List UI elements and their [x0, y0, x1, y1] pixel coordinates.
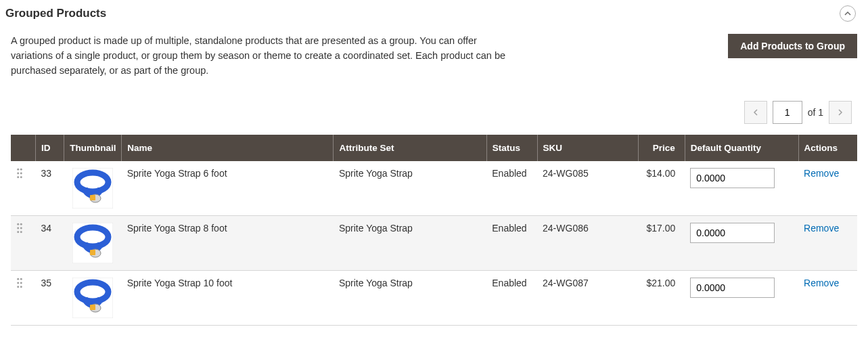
cell-price: $17.00	[639, 216, 685, 271]
thumbnail-image	[72, 278, 113, 318]
chevron-right-icon	[837, 109, 844, 116]
pager-of-label: of 1	[808, 107, 823, 118]
remove-link[interactable]: Remove	[804, 278, 839, 288]
column-sku: SKU	[537, 135, 639, 161]
cell-status: Enabled	[486, 161, 537, 216]
cell-status: Enabled	[486, 216, 537, 271]
column-name: Name	[122, 135, 334, 161]
cell-name: Sprite Yoga Strap 8 foot	[122, 216, 334, 271]
table-row: 35 Sprite Yoga Strap 10 foot Sprite Yoga…	[11, 271, 857, 326]
drag-handle-icon[interactable]	[16, 168, 23, 179]
table-row: 34 Sprite Yoga Strap 8 foot Sprite Yoga …	[11, 216, 857, 271]
pager-prev-button[interactable]	[744, 101, 767, 124]
cell-id: 35	[35, 271, 64, 326]
qty-input[interactable]	[690, 168, 775, 188]
pager-next-button[interactable]	[829, 101, 852, 124]
cell-attribute: Sprite Yoga Strap	[334, 271, 486, 326]
cell-status: Enabled	[486, 271, 537, 326]
section-title: Grouped Products	[5, 7, 106, 20]
cell-attribute: Sprite Yoga Strap	[334, 216, 486, 271]
qty-input[interactable]	[690, 278, 775, 298]
chevron-up-icon	[844, 9, 852, 18]
cell-price: $14.00	[639, 161, 685, 216]
remove-link[interactable]: Remove	[804, 223, 839, 234]
cell-sku: 24-WG086	[537, 216, 639, 271]
cell-price: $21.00	[639, 271, 685, 326]
column-actions: Actions	[798, 135, 857, 161]
cell-name: Sprite Yoga Strap 10 foot	[122, 271, 334, 326]
column-qty: Default Quantity	[685, 135, 798, 161]
column-price: Price	[639, 135, 685, 161]
column-drag	[11, 135, 35, 161]
grouped-products-table: ID Thumbnail Name Attribute Set Status S…	[11, 135, 857, 326]
column-status: Status	[486, 135, 537, 161]
table-row: 33 Sprite Yoga Strap 6 foot Sprite Yoga …	[11, 161, 857, 216]
cell-attribute: Sprite Yoga Strap	[334, 161, 486, 216]
chevron-left-icon	[752, 109, 759, 116]
cell-name: Sprite Yoga Strap 6 foot	[122, 161, 334, 216]
thumbnail-image	[72, 223, 113, 263]
drag-handle-icon[interactable]	[16, 278, 23, 288]
column-attribute: Attribute Set	[334, 135, 486, 161]
column-id: ID	[35, 135, 64, 161]
remove-link[interactable]: Remove	[804, 168, 839, 179]
qty-input[interactable]	[690, 223, 775, 243]
drag-handle-icon[interactable]	[16, 223, 23, 234]
section-description: A grouped product is made up of multiple…	[11, 34, 511, 78]
cell-sku: 24-WG085	[537, 161, 639, 216]
cell-id: 34	[35, 216, 64, 271]
cell-sku: 24-WG087	[537, 271, 639, 326]
cell-id: 33	[35, 161, 64, 216]
pager: of 1	[11, 101, 857, 124]
column-thumbnail: Thumbnail	[64, 135, 122, 161]
pager-current-input[interactable]	[773, 101, 802, 124]
thumbnail-image	[72, 168, 113, 209]
add-products-button[interactable]: Add Products to Group	[728, 34, 857, 58]
collapse-toggle[interactable]	[840, 5, 856, 22]
